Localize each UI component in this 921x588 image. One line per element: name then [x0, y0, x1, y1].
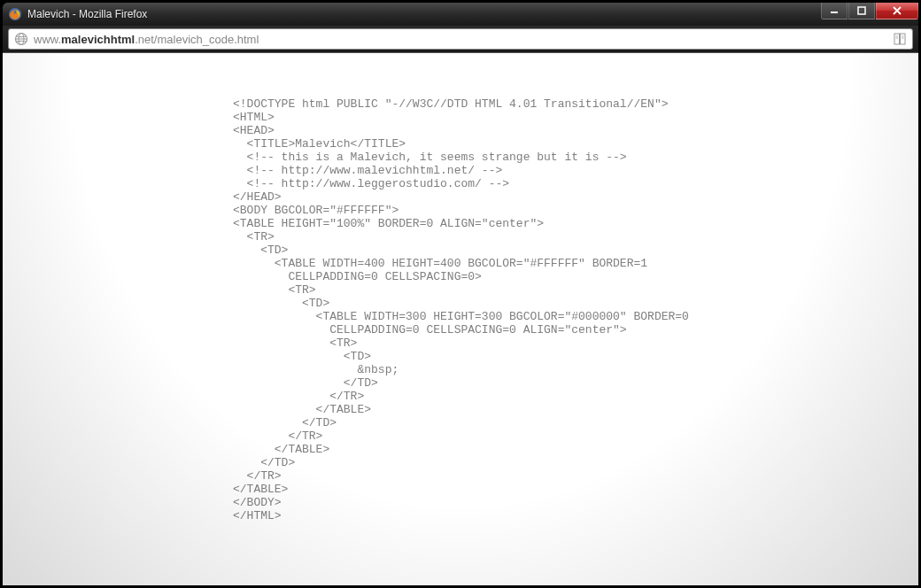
code-line: <TR> — [233, 283, 316, 297]
code-line: </TD> — [233, 456, 295, 469]
code-line: CELLPADDING=0 CELLSPACING=0 ALIGN="cente… — [233, 323, 627, 337]
code-line: <HEAD> — [233, 124, 275, 137]
code-line: <!-- http://www.malevichhtml.net/ --> — [233, 164, 502, 177]
window-title: Malevich - Mozilla Firefox — [27, 8, 915, 20]
code-line: </BODY> — [233, 496, 282, 509]
window-controls — [821, 3, 918, 19]
code-line: </TR> — [233, 429, 322, 443]
code-line: <HTML> — [233, 111, 275, 124]
close-icon — [892, 6, 902, 15]
minimize-button[interactable] — [821, 3, 847, 19]
code-line: </TABLE> — [233, 443, 329, 456]
code-line: </TD> — [233, 416, 337, 429]
url-suffix: .net/malevich_code.html — [135, 33, 259, 46]
code-line: <TD> — [233, 297, 329, 310]
browser-window: Malevich - Mozilla Firefox — [3, 3, 918, 585]
code-line: CELLPADDING=0 CELLSPACING=0> — [233, 270, 482, 283]
code-line: <TR> — [233, 230, 275, 244]
code-line: <TABLE WIDTH=300 HEIGHT=300 BGCOLOR="#00… — [233, 310, 689, 323]
code-line: <TABLE HEIGHT="100%" BORDER=0 ALIGN="cen… — [233, 217, 544, 230]
code-line: <TABLE WIDTH=400 HEIGHT=400 BGCOLOR="#FF… — [233, 257, 647, 270]
code-line: </TR> — [233, 469, 282, 483]
reader-mode-icon[interactable] — [893, 32, 907, 46]
maximize-icon — [857, 6, 866, 15]
svg-rect-7 — [901, 34, 906, 44]
globe-icon — [14, 32, 28, 46]
code-line: &nbsp; — [233, 363, 399, 376]
minimize-icon — [830, 6, 839, 15]
code-line: <!-- http://www.leggerostudio.com/ --> — [233, 177, 509, 190]
code-line: </HEAD> — [233, 190, 282, 204]
code-line: </TD> — [233, 376, 378, 390]
code-line: </TR> — [233, 390, 364, 403]
url-domain: malevichhtml — [61, 33, 135, 46]
firefox-icon — [8, 7, 22, 21]
code-line: <TR> — [233, 337, 357, 350]
url-prefix: www. — [34, 33, 61, 46]
code-line: <TD> — [233, 244, 288, 257]
page-content: <!DOCTYPE html PUBLIC "-//W3C//DTD HTML … — [3, 52, 918, 585]
svg-rect-2 — [858, 7, 865, 14]
code-line: <!DOCTYPE html PUBLIC "-//W3C//DTD HTML … — [233, 97, 668, 111]
address-bar[interactable]: www.malevichhtml.net/malevich_code.html — [8, 28, 913, 50]
code-line: </HTML> — [233, 509, 282, 522]
maximize-button[interactable] — [848, 3, 875, 19]
code-line: <TITLE>Malevich</TITLE> — [233, 137, 406, 151]
address-bar-container: www.malevichhtml.net/malevich_code.html — [3, 26, 918, 52]
url-text: www.malevichhtml.net/malevich_code.html — [34, 33, 887, 46]
title-bar[interactable]: Malevich - Mozilla Firefox — [3, 3, 918, 26]
code-display: <!DOCTYPE html PUBLIC "-//W3C//DTD HTML … — [233, 97, 901, 522]
code-line: <!-- this is a Malevich, it seems strang… — [233, 151, 627, 164]
code-line: <TD> — [233, 350, 371, 363]
svg-rect-1 — [831, 12, 838, 13]
code-line: <BODY BGCOLOR="#FFFFFF"> — [233, 204, 399, 217]
svg-rect-6 — [894, 34, 900, 44]
code-line: </TABLE> — [233, 483, 288, 496]
close-button[interactable] — [876, 3, 918, 19]
code-line: </TABLE> — [233, 403, 371, 416]
